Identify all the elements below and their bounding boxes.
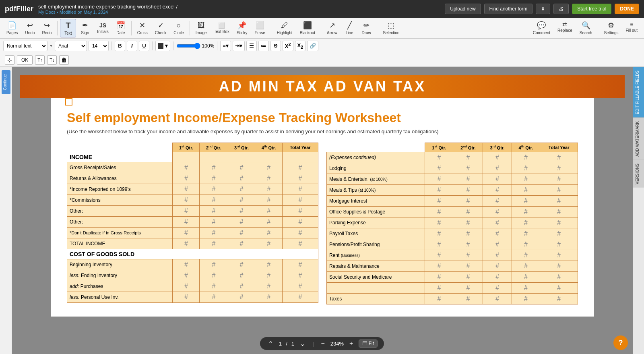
endinginv-q4[interactable]: # bbox=[255, 270, 282, 281]
begininv-q2[interactable]: # bbox=[200, 259, 228, 270]
commissions-q2[interactable]: # bbox=[200, 195, 228, 205]
income1099-q4[interactable]: # bbox=[255, 184, 282, 195]
endinginv-q3[interactable]: # bbox=[228, 270, 255, 281]
pensions-q1[interactable]: # bbox=[425, 239, 453, 250]
next-page-button[interactable]: ⌄ bbox=[298, 340, 307, 348]
taxes-q3[interactable]: # bbox=[483, 293, 512, 304]
income1099-q3[interactable]: # bbox=[228, 184, 255, 195]
underline-button[interactable]: U bbox=[139, 41, 149, 51]
upload-new-button[interactable]: Upload new bbox=[445, 4, 481, 14]
pensions-total[interactable]: # bbox=[540, 239, 578, 250]
pensions-q3[interactable]: # bbox=[483, 239, 512, 250]
returns-q2[interactable]: # bbox=[200, 173, 228, 184]
repairs-total[interactable]: # bbox=[540, 261, 578, 271]
font-family-select[interactable]: Arial bbox=[55, 41, 87, 51]
rent-q4[interactable]: # bbox=[512, 250, 540, 261]
mortgage-q1[interactable]: # bbox=[425, 195, 453, 206]
socsec-q3[interactable]: # bbox=[483, 271, 512, 282]
mealsent-q4[interactable]: # bbox=[512, 174, 540, 184]
expcont-q2[interactable]: # bbox=[453, 152, 483, 163]
lodging-q2[interactable]: # bbox=[453, 163, 483, 174]
blank-q3[interactable]: # bbox=[483, 282, 512, 293]
expcont-q3[interactable]: # bbox=[483, 152, 512, 163]
tool-arrow[interactable]: ↗ Arrow bbox=[324, 19, 341, 37]
lodging-total[interactable]: # bbox=[540, 163, 578, 174]
tool-replace[interactable]: ⇄ Replace bbox=[554, 19, 576, 37]
rent-q3[interactable]: # bbox=[483, 250, 512, 261]
income1099-q2[interactable]: # bbox=[200, 184, 228, 195]
tool-selection[interactable]: ⬚ Selection bbox=[380, 19, 402, 37]
returns-total[interactable]: # bbox=[282, 173, 318, 184]
nodup-total[interactable]: # bbox=[282, 227, 318, 238]
endinginv-total[interactable]: # bbox=[282, 270, 318, 281]
lodging-q4[interactable]: # bbox=[512, 163, 540, 174]
taxes-q4[interactable]: # bbox=[512, 293, 540, 304]
list-ol-button[interactable]: ≔ bbox=[258, 41, 269, 51]
payrolltax-total[interactable]: # bbox=[540, 228, 578, 239]
pensions-q4[interactable]: # bbox=[512, 239, 540, 250]
pensions-q2[interactable]: # bbox=[453, 239, 483, 250]
mealstips-q1[interactable]: # bbox=[425, 184, 453, 195]
purchases-q3[interactable]: # bbox=[228, 281, 255, 292]
tool-circle[interactable]: ○ Circle bbox=[170, 20, 187, 37]
repairs-q3[interactable]: # bbox=[483, 261, 512, 271]
income-total[interactable] bbox=[282, 152, 318, 162]
mealsent-q3[interactable]: # bbox=[483, 174, 512, 184]
find-form-button[interactable]: Find another form bbox=[484, 4, 533, 14]
font-size-select[interactable]: 14 bbox=[89, 41, 109, 51]
rent-q2[interactable]: # bbox=[453, 250, 483, 261]
bold-button[interactable]: B bbox=[115, 41, 125, 51]
start-free-button[interactable]: Start free trial bbox=[572, 4, 611, 14]
personalinv-q3[interactable]: # bbox=[228, 292, 255, 302]
begininv-total[interactable]: # bbox=[282, 259, 318, 270]
totalincome-total[interactable]: # bbox=[282, 238, 318, 249]
income-q3[interactable] bbox=[228, 152, 255, 162]
other1-q1[interactable]: # bbox=[173, 205, 200, 216]
totalincome-q2[interactable]: # bbox=[200, 238, 228, 249]
expcont-q1[interactable]: # bbox=[425, 152, 453, 163]
personalinv-q4[interactable]: # bbox=[255, 292, 282, 302]
taxes-q1[interactable]: # bbox=[425, 293, 453, 304]
align-button[interactable]: ≡▾ bbox=[220, 41, 231, 51]
tool-search[interactable]: 🔍 Search bbox=[576, 19, 596, 37]
mortgage-q3[interactable]: # bbox=[483, 195, 512, 206]
officesup-q2[interactable]: # bbox=[453, 206, 483, 217]
expcont-q4[interactable]: # bbox=[512, 152, 540, 163]
color-button[interactable]: ▾ bbox=[155, 41, 170, 51]
delete-button[interactable]: 🗑 bbox=[59, 55, 69, 65]
begininv-q3[interactable]: # bbox=[228, 259, 255, 270]
gross-q4[interactable]: # bbox=[255, 162, 282, 173]
payrolltax-q3[interactable]: # bbox=[483, 228, 512, 239]
other1-q4[interactable]: # bbox=[255, 205, 282, 216]
zoom-out-button[interactable]: − bbox=[319, 340, 326, 347]
tool-erase[interactable]: ⬜ Erase bbox=[252, 19, 268, 37]
mealstips-q3[interactable]: # bbox=[483, 184, 512, 195]
returns-q4[interactable]: # bbox=[255, 173, 282, 184]
officesup-q3[interactable]: # bbox=[483, 206, 512, 217]
zoom-slider[interactable] bbox=[176, 43, 200, 49]
print-button[interactable]: 🖨 bbox=[553, 4, 569, 14]
tool-line[interactable]: ╱ Line bbox=[341, 19, 357, 37]
nodup-q3[interactable]: # bbox=[228, 227, 255, 238]
income1099-q1[interactable]: # bbox=[173, 184, 200, 195]
nodup-q1[interactable]: # bbox=[173, 227, 200, 238]
add-watermark-tab[interactable]: ADD WATERMARK bbox=[633, 118, 644, 160]
officesup-total[interactable]: # bbox=[540, 206, 578, 217]
tool-initials[interactable]: JS Initials bbox=[94, 21, 111, 35]
other2-q3[interactable]: # bbox=[228, 216, 255, 227]
mealstips-q2[interactable]: # bbox=[453, 184, 483, 195]
tool-redo[interactable]: ↪ Redo bbox=[39, 19, 55, 37]
versions-tab[interactable]: VERSIONS bbox=[633, 160, 644, 188]
tool-sign[interactable]: ✒ Sign bbox=[77, 19, 93, 37]
strikethrough-button[interactable]: S bbox=[270, 41, 281, 51]
commissions-total[interactable]: # bbox=[282, 195, 318, 205]
returns-q3[interactable]: # bbox=[228, 173, 255, 184]
tool-settings[interactable]: ⚙ Settings bbox=[601, 19, 621, 37]
returns-q1[interactable]: # bbox=[173, 173, 200, 184]
tool-draw[interactable]: ✏ Draw bbox=[358, 19, 374, 37]
rent-q1[interactable]: # bbox=[425, 250, 453, 261]
blank-total[interactable]: # bbox=[540, 282, 578, 293]
other2-q1[interactable]: # bbox=[173, 216, 200, 227]
mealsent-q2[interactable]: # bbox=[453, 174, 483, 184]
begininv-q4[interactable]: # bbox=[255, 259, 282, 270]
